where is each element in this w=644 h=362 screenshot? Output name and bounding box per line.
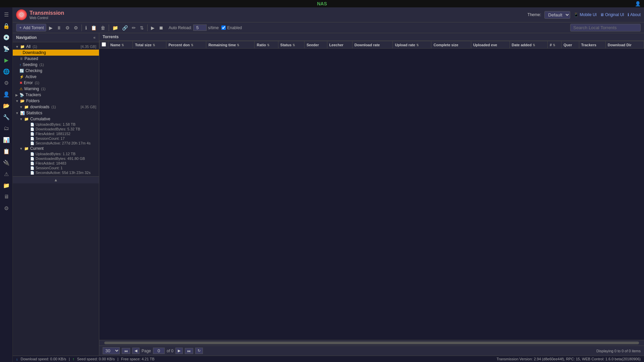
nav-item-active[interactable]: ⚡ Active xyxy=(13,74,99,80)
nav-item-warning[interactable]: ⚠ Warning (1) xyxy=(13,86,99,92)
sidebar-icon-user[interactable]: 👤 xyxy=(1,89,12,100)
all-label: All xyxy=(26,44,31,49)
col-hash[interactable]: # ⇅ xyxy=(547,41,561,49)
search-input[interactable] xyxy=(570,24,641,32)
prev-page-button[interactable]: ◀ xyxy=(132,348,140,354)
statistics-label: Statistics xyxy=(26,111,42,115)
about-link[interactable]: ℹ About xyxy=(628,12,641,17)
sidebar-icon-play[interactable]: ▶ xyxy=(1,55,12,65)
col-total-size[interactable]: Total size ⇅ xyxy=(133,41,166,49)
sidebar-icon-chart[interactable]: 📊 xyxy=(1,134,12,145)
select-all-checkbox[interactable] xyxy=(102,42,106,47)
nav-item-statistics[interactable]: ▼ 📊 Statistics xyxy=(13,110,99,116)
nav-item-cumulative[interactable]: ▼ 📁 Cumulative xyxy=(13,116,99,122)
col-remaining[interactable]: Remaining time ⇅ xyxy=(206,41,255,49)
sidebar-icon-folder[interactable]: 📂 xyxy=(1,100,12,111)
col-status[interactable]: Status ⇅ xyxy=(278,41,304,49)
nav-item-current[interactable]: ▼ 📁 Current xyxy=(13,145,99,152)
sidebar-icon-list[interactable]: 📋 xyxy=(1,146,12,157)
top-bar-user: 👤 xyxy=(635,1,641,6)
col-complete-size[interactable]: Complete size xyxy=(431,41,471,49)
toolbar-play-icon[interactable]: ▶ xyxy=(150,24,156,31)
per-page-select[interactable]: 10 20 30 50 100 xyxy=(103,347,120,354)
stats-folder-icon: 📊 xyxy=(20,111,25,115)
toolbar-resume-icon[interactable]: ▶ xyxy=(48,24,54,31)
sidebar-icon-gear1[interactable]: ⚙ xyxy=(1,77,12,88)
sidebar-icon-warn[interactable]: ⚠ xyxy=(1,169,12,179)
toolbar-move-icon[interactable]: 📁 xyxy=(111,24,119,31)
nav-collapse-button[interactable]: ▲ xyxy=(13,176,99,183)
sidebar-icon-plugin[interactable]: 🔌 xyxy=(1,157,12,168)
toolbar-edit-icon[interactable]: ✏ xyxy=(130,24,137,31)
sidebar-icon-folder2[interactable]: 📁 xyxy=(1,180,12,191)
sidebar-icon-files[interactable]: 🗂 xyxy=(1,123,12,134)
sidebar-icon-disk[interactable]: 💿 xyxy=(1,32,12,43)
page-input[interactable] xyxy=(153,348,165,354)
scroll-track[interactable] xyxy=(104,342,639,344)
toolbar-link-icon[interactable]: 🔗 xyxy=(121,24,129,31)
version-label: Transmission Version: 2.94 (d8e60ee44f),… xyxy=(497,357,641,361)
sidebar-icon-gear2[interactable]: ⚙ xyxy=(1,203,12,214)
stat-sessioncount-current: 📄 SessionCount: 1 xyxy=(13,166,99,170)
col-dl-rate[interactable]: Download rate xyxy=(352,41,393,49)
stat-downloaded-cumulative: 📄 DownloadedBytes: 5.32 TB xyxy=(13,127,99,131)
col-percent[interactable]: Percent don ⇅ xyxy=(166,41,206,49)
original-ui-link[interactable]: 🖥 Original UI xyxy=(600,12,624,17)
toolbar-pause-icon[interactable]: ⏸ xyxy=(55,24,63,31)
col-ul-rate[interactable]: Upload rate ⇅ xyxy=(393,41,431,49)
icon-sidebar: ☰ 🔒 💿 📡 ▶ 🌐 ⚙ 👤 📂 🔧 🗂 📊 📋 🔌 ⚠ 📁 🖥 ⚙ xyxy=(0,7,13,362)
sidebar-icon-monitor[interactable]: 🖥 xyxy=(1,191,12,202)
col-ratio[interactable]: Ratio ⇅ xyxy=(255,41,278,49)
toolbar-queue-icon[interactable]: ⚙ xyxy=(72,24,79,31)
col-quer[interactable]: Quer xyxy=(561,41,579,49)
last-page-button[interactable]: ⏭ xyxy=(185,348,193,354)
nav-item-folders[interactable]: ▼ 📂 Folders xyxy=(13,98,99,104)
toolbar-info-icon[interactable]: ℹ xyxy=(84,24,88,31)
nav-item-error[interactable]: ✖ Error (1) xyxy=(13,80,99,86)
upload-speed-icon: ↑ xyxy=(72,357,74,361)
nav-item-trackers[interactable]: ▶ 📡 Trackers xyxy=(13,92,99,98)
refresh-button[interactable]: ↻ xyxy=(195,348,203,354)
add-torrent-button[interactable]: ＋ Add Torrent xyxy=(16,24,46,32)
nav-collapse-icon[interactable]: « xyxy=(93,35,96,40)
sidebar-icon-menu[interactable]: ☰ xyxy=(1,9,12,20)
toolbar-sort-icon[interactable]: ⇅ xyxy=(139,24,145,31)
toolbar-stop-icon[interactable]: ⏹ xyxy=(157,24,165,31)
paused-icon: ⏸ xyxy=(19,57,23,61)
col-name[interactable]: Name ⇅ xyxy=(108,41,133,49)
nav-item-checking[interactable]: 🔄 Checking xyxy=(13,68,99,74)
sidebar-icon-lock[interactable]: 🔒 xyxy=(1,20,12,31)
sidebar-icon-globe[interactable]: 🌐 xyxy=(1,66,12,77)
mobile-ui-link[interactable]: 📱 Mobile UI xyxy=(574,12,597,17)
nav-item-downloads[interactable]: ▼ 📁 downloads (1) [4.35 GB] xyxy=(13,104,99,110)
col-seeder[interactable]: Seeder xyxy=(305,41,327,49)
nav-item-paused[interactable]: ⏸ Paused xyxy=(13,56,99,62)
auto-reload-input[interactable] xyxy=(193,24,207,31)
nav-item-downloading[interactable]: ↓ Downloading xyxy=(13,50,99,56)
nav-item-all[interactable]: ▼ 📁 All (1) [4.35 GB] xyxy=(13,44,99,50)
torrents-table: Name ⇅ Total size ⇅ Percent don ⇅ Remain… xyxy=(99,41,644,49)
col-download-dir[interactable]: Download Dir xyxy=(605,41,644,49)
toolbar-copy-icon[interactable]: 📋 xyxy=(90,24,98,31)
doc-icon-8: 📄 xyxy=(30,162,34,165)
sidebar-icon-network[interactable]: 📡 xyxy=(1,43,12,54)
all-expand-icon: ▼ xyxy=(15,45,19,49)
original-icon: 🖥 xyxy=(600,12,604,17)
theme-select[interactable]: Default Dark Light xyxy=(544,11,570,19)
enabled-checkbox[interactable] xyxy=(221,25,226,30)
sidebar-icon-tools[interactable]: 🔧 xyxy=(1,112,12,122)
col-leecher[interactable]: Leecher xyxy=(327,41,352,49)
col-uploaded-eve[interactable]: Uploaded eve xyxy=(471,41,509,49)
toolbar-delete-icon[interactable]: 🗑 xyxy=(99,24,107,31)
col-trackers[interactable]: Trackers xyxy=(579,41,605,49)
toolbar-settings-icon[interactable]: ⚙ xyxy=(64,24,71,31)
first-page-button[interactable]: ⏮ xyxy=(122,348,130,354)
logo-title: Transmission xyxy=(30,10,64,16)
next-page-button[interactable]: ▶ xyxy=(175,348,183,354)
select-all-col[interactable] xyxy=(100,41,108,49)
nav-item-seeding[interactable]: ↑ Seeding (1) xyxy=(13,62,99,68)
col-date-added[interactable]: Date added ⇅ xyxy=(509,41,547,49)
current-folder-icon: 📁 xyxy=(24,146,29,151)
paused-label: Paused xyxy=(24,56,38,61)
torrents-table-container[interactable]: Name ⇅ Total size ⇅ Percent don ⇅ Remain… xyxy=(99,41,644,340)
